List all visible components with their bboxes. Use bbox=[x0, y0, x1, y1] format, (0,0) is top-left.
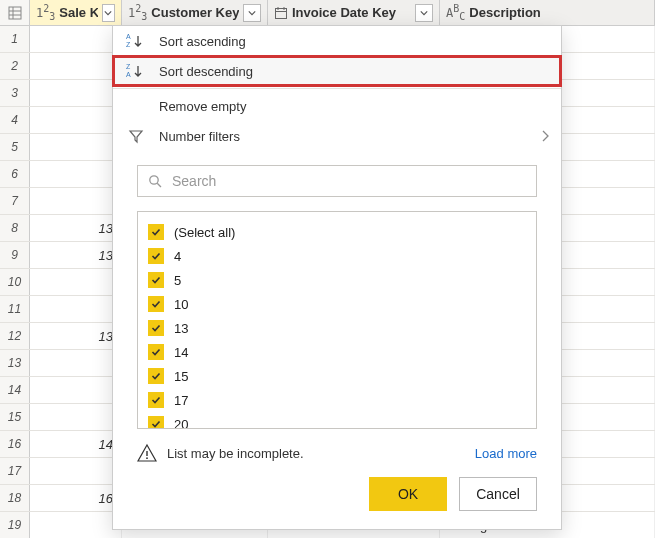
filter-value[interactable]: 14 bbox=[148, 340, 526, 364]
checkbox-icon bbox=[148, 272, 164, 288]
menu-label: Sort descending bbox=[159, 64, 253, 79]
search-box[interactable] bbox=[137, 165, 537, 197]
search-icon bbox=[148, 174, 162, 188]
cell-sale-key[interactable] bbox=[30, 161, 122, 187]
svg-text:A: A bbox=[126, 33, 131, 40]
cell-sale-key[interactable] bbox=[30, 377, 122, 403]
load-more-link[interactable]: Load more bbox=[475, 446, 537, 461]
column-label: Sale Key bbox=[59, 5, 97, 20]
row-number: 7 bbox=[0, 188, 30, 214]
cell-sale-key[interactable]: 13 bbox=[30, 215, 122, 241]
checkbox-icon bbox=[148, 320, 164, 336]
value-label: 14 bbox=[174, 345, 188, 360]
cell-sale-key[interactable]: 13 bbox=[30, 242, 122, 268]
filter-value[interactable]: 5 bbox=[148, 268, 526, 292]
chevron-right-icon bbox=[541, 130, 549, 142]
sort-desc-icon: ZA bbox=[123, 63, 149, 79]
incomplete-notice: List may be incomplete. Load more bbox=[113, 433, 561, 467]
row-number: 12 bbox=[0, 323, 30, 349]
filter-value-select-all[interactable]: (Select all) bbox=[148, 220, 526, 244]
sort-asc-icon: AZ bbox=[123, 33, 149, 49]
table-corner[interactable] bbox=[0, 0, 30, 25]
svg-point-15 bbox=[146, 457, 148, 459]
checkbox-icon bbox=[148, 296, 164, 312]
row-number: 15 bbox=[0, 404, 30, 430]
row-number: 4 bbox=[0, 107, 30, 133]
filter-value[interactable]: 10 bbox=[148, 292, 526, 316]
menu-label: Number filters bbox=[159, 129, 240, 144]
menu-label: Sort ascending bbox=[159, 34, 246, 49]
cell-sale-key[interactable] bbox=[30, 80, 122, 106]
column-filter-button[interactable] bbox=[243, 4, 261, 22]
column-filter-button[interactable] bbox=[415, 4, 433, 22]
cell-sale-key[interactable] bbox=[30, 26, 122, 52]
row-number: 11 bbox=[0, 296, 30, 322]
cancel-button[interactable]: Cancel bbox=[459, 477, 537, 511]
cell-sale-key[interactable] bbox=[30, 512, 122, 538]
ok-button[interactable]: OK bbox=[369, 477, 447, 511]
value-label: 15 bbox=[174, 369, 188, 384]
checkbox-icon bbox=[148, 224, 164, 240]
row-number: 8 bbox=[0, 215, 30, 241]
sort-ascending[interactable]: AZ Sort ascending bbox=[113, 26, 561, 56]
checkbox-icon bbox=[148, 416, 164, 429]
value-label: 20 bbox=[174, 417, 188, 430]
cell-sale-key[interactable] bbox=[30, 458, 122, 484]
svg-rect-4 bbox=[276, 8, 287, 18]
svg-text:Z: Z bbox=[126, 41, 131, 48]
row-number: 1 bbox=[0, 26, 30, 52]
filter-value[interactable]: 4 bbox=[148, 244, 526, 268]
cell-sale-key[interactable]: 13 bbox=[30, 323, 122, 349]
cell-sale-key[interactable]: 16 bbox=[30, 485, 122, 511]
cell-sale-key[interactable] bbox=[30, 404, 122, 430]
cell-sale-key[interactable] bbox=[30, 53, 122, 79]
cell-sale-key[interactable] bbox=[30, 188, 122, 214]
row-number: 19 bbox=[0, 512, 30, 538]
column-label: Customer Key bbox=[151, 5, 239, 20]
cell-sale-key[interactable]: 14 bbox=[30, 431, 122, 457]
row-number: 2 bbox=[0, 53, 30, 79]
cell-sale-key[interactable] bbox=[30, 134, 122, 160]
data-type-icon: 123 bbox=[36, 3, 55, 22]
value-label: (Select all) bbox=[174, 225, 235, 240]
sort-descending[interactable]: ZA Sort descending bbox=[113, 56, 561, 86]
row-number: 14 bbox=[0, 377, 30, 403]
svg-text:Z: Z bbox=[126, 63, 131, 70]
number-filters[interactable]: Number filters bbox=[113, 121, 561, 151]
data-type-icon: 123 bbox=[128, 3, 147, 22]
column-header-row: 123 Sale Key 123 Customer Key Invoice Da… bbox=[0, 0, 655, 26]
cell-sale-key[interactable] bbox=[30, 269, 122, 295]
filter-values-list[interactable]: (Select all)45101314151720 bbox=[137, 211, 537, 429]
svg-rect-0 bbox=[9, 7, 21, 19]
row-number: 17 bbox=[0, 458, 30, 484]
column-filter-button[interactable] bbox=[102, 4, 115, 22]
checkbox-icon bbox=[148, 344, 164, 360]
calendar-icon bbox=[274, 6, 288, 20]
column-header-customer-key[interactable]: 123 Customer Key bbox=[122, 0, 268, 25]
notice-text: List may be incomplete. bbox=[167, 446, 304, 461]
warning-icon bbox=[137, 443, 157, 463]
cell-sale-key[interactable] bbox=[30, 350, 122, 376]
svg-point-12 bbox=[150, 176, 158, 184]
column-header-description[interactable]: ABC Description bbox=[440, 0, 655, 25]
svg-text:A: A bbox=[126, 71, 131, 78]
column-header-invoice-date-key[interactable]: Invoice Date Key bbox=[268, 0, 440, 25]
row-number: 10 bbox=[0, 269, 30, 295]
checkbox-icon bbox=[148, 248, 164, 264]
filter-value[interactable]: 20 bbox=[148, 412, 526, 429]
remove-empty[interactable]: Remove empty bbox=[113, 91, 561, 121]
filter-icon bbox=[123, 128, 149, 144]
filter-value[interactable]: 15 bbox=[148, 364, 526, 388]
row-number: 13 bbox=[0, 350, 30, 376]
search-input[interactable] bbox=[170, 172, 526, 190]
row-number: 16 bbox=[0, 431, 30, 457]
value-label: 5 bbox=[174, 273, 181, 288]
filter-value[interactable]: 17 bbox=[148, 388, 526, 412]
cell-sale-key[interactable] bbox=[30, 296, 122, 322]
value-label: 13 bbox=[174, 321, 188, 336]
filter-value[interactable]: 13 bbox=[148, 316, 526, 340]
value-label: 4 bbox=[174, 249, 181, 264]
column-header-sale-key[interactable]: 123 Sale Key bbox=[30, 0, 122, 25]
cell-sale-key[interactable] bbox=[30, 107, 122, 133]
data-type-icon: ABC bbox=[446, 3, 465, 22]
